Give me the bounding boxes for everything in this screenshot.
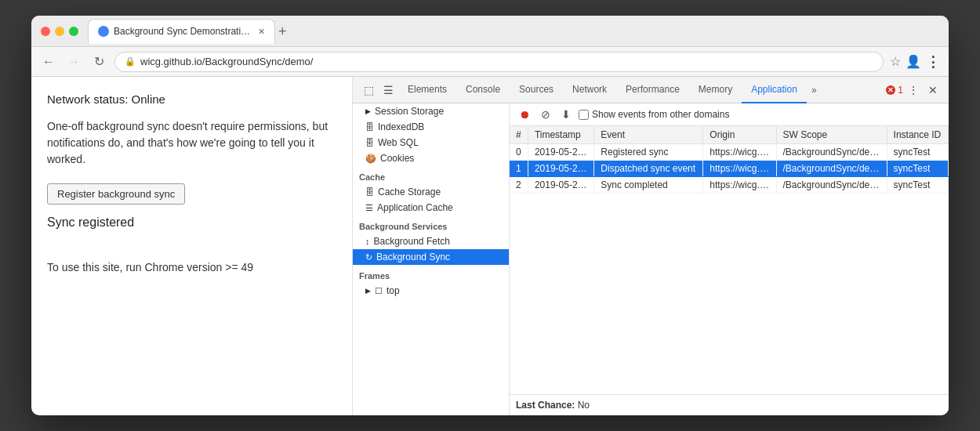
clear-button[interactable]: ⊘	[538, 107, 554, 122]
devtools-sidebar: ▶ Session Storage 🗄 IndexedDB 🗄 Web SQL …	[353, 103, 510, 415]
sidebar-item-label: Background Fetch	[374, 236, 450, 247]
traffic-light-green[interactable]	[69, 27, 78, 36]
tab-network[interactable]: Network	[563, 77, 616, 103]
sync-events-table: # Timestamp Event Origin SW Scope Instan…	[510, 126, 949, 194]
sidebar-item-top-frame[interactable]: ▶ ☐ top	[353, 283, 509, 299]
background-services-header: Background Services	[353, 216, 509, 234]
record-button[interactable]: ⏺	[516, 107, 533, 122]
sidebar-item-indexeddb[interactable]: 🗄 IndexedDB	[353, 119, 509, 135]
tab-favicon	[98, 26, 109, 37]
event-table: # Timestamp Event Origin SW Scope Instan…	[510, 126, 949, 394]
register-background-sync-button[interactable]: Register background sync	[47, 183, 185, 205]
main-content: Network status: Online One-off backgroun…	[31, 77, 949, 415]
address-icons: ☆ 👤 ⋮	[890, 53, 941, 71]
bookmark-icon[interactable]: ☆	[890, 54, 901, 69]
sidebar-item-label: Web SQL	[378, 137, 419, 148]
back-button[interactable]: ←	[39, 55, 58, 69]
sync-icon: ↻	[365, 252, 372, 263]
devtools-more-options[interactable]: ⋮	[903, 81, 924, 100]
url-bar[interactable]: 🔒 wicg.github.io/BackgroundSync/demo/	[114, 52, 884, 72]
col-instance-id: Instance ID	[887, 126, 948, 144]
devtools-inspect-icon[interactable]: ⬚	[359, 81, 379, 100]
page-content: Network status: Online One-off backgroun…	[31, 77, 353, 415]
col-event: Event	[594, 126, 703, 144]
browser-window: Background Sync Demonstrati… ✕ + ← → ↻ 🔒…	[31, 16, 949, 415]
cell-origin: https://wicg….	[703, 177, 776, 194]
more-tabs-button[interactable]: »	[807, 85, 822, 96]
tab-application[interactable]: Application	[742, 77, 807, 103]
tab-title: Background Sync Demonstrati…	[114, 26, 250, 37]
table-body: 0 2019-05-2… Registered sync https://wic…	[510, 144, 949, 194]
cell-instance: syncTest	[887, 177, 948, 194]
title-bar: Background Sync Demonstrati… ✕ +	[31, 16, 949, 47]
table-row[interactable]: 0 2019-05-2… Registered sync https://wic…	[510, 144, 949, 161]
sidebar-item-background-sync[interactable]: ↻ Background Sync	[353, 249, 509, 265]
sidebar-item-cache-storage[interactable]: 🗄 Cache Storage	[353, 184, 509, 200]
sidebar-item-label: Cache Storage	[378, 187, 441, 197]
cell-num: 1	[510, 161, 528, 177]
browser-tab-active[interactable]: Background Sync Demonstrati… ✕	[88, 19, 275, 44]
error-dot-icon: ✕	[886, 85, 895, 95]
sidebar-item-background-fetch[interactable]: ↕ Background Fetch	[353, 234, 509, 249]
tab-bar: Background Sync Demonstrati… ✕ +	[88, 19, 939, 44]
cell-num: 0	[510, 144, 528, 161]
address-bar: ← → ↻ 🔒 wicg.github.io/BackgroundSync/de…	[31, 47, 949, 77]
traffic-light-red[interactable]	[41, 27, 50, 36]
devtools-device-icon[interactable]: ☰	[379, 81, 398, 100]
cache-group-header: Cache	[353, 166, 509, 184]
cell-timestamp: 2019-05-2…	[528, 177, 593, 194]
new-tab-button[interactable]: +	[278, 24, 287, 38]
more-menu-button[interactable]: ⋮	[926, 53, 941, 71]
network-status: Network status: Online	[47, 92, 336, 106]
avatar-icon[interactable]: 👤	[906, 54, 921, 69]
table-row[interactable]: 1 2019-05-2… Dispatched sync event https…	[510, 161, 949, 177]
last-chance-row: Last Chance: No	[510, 394, 949, 415]
col-sw-scope: SW Scope	[776, 126, 887, 144]
tab-performance[interactable]: Performance	[616, 77, 689, 103]
expand-icon: ▶	[365, 287, 371, 295]
cell-event: Sync completed	[594, 177, 703, 194]
app-cache-icon: ☰	[365, 203, 373, 213]
sidebar-item-label: IndexedDB	[378, 121, 424, 132]
sidebar-item-web-sql[interactable]: 🗄 Web SQL	[353, 135, 509, 150]
cell-timestamp: 2019-05-2…	[528, 144, 593, 161]
forward-button[interactable]: →	[64, 55, 83, 69]
sidebar-item-label: top	[387, 285, 400, 296]
fetch-icon: ↕	[365, 237, 370, 246]
download-button[interactable]: ⬇	[558, 107, 574, 122]
page-description: One-off background sync doesn't require …	[47, 118, 336, 168]
cell-event: Dispatched sync event	[594, 161, 703, 177]
show-other-domains-checkbox[interactable]	[579, 110, 589, 120]
tab-memory[interactable]: Memory	[689, 77, 742, 103]
cell-scope: /BackgroundSync/de…	[776, 177, 887, 194]
cell-num: 2	[510, 177, 528, 194]
sidebar-item-session-storage[interactable]: ▶ Session Storage	[353, 103, 509, 119]
tab-console[interactable]: Console	[456, 77, 510, 103]
col-timestamp: Timestamp	[528, 126, 593, 144]
devtools-main-panel: ⏺ ⊘ ⬇ Show events from other domains	[510, 103, 949, 415]
last-chance-value: No	[578, 400, 590, 411]
traffic-lights	[41, 27, 78, 36]
sidebar-item-label: Session Storage	[375, 106, 444, 117]
table-header-row: # Timestamp Event Origin SW Scope Instan…	[510, 126, 949, 144]
tab-sources[interactable]: Sources	[510, 77, 563, 103]
tab-close-btn[interactable]: ✕	[258, 27, 265, 37]
cache-icon: 🗄	[365, 187, 374, 197]
refresh-button[interactable]: ↻	[89, 54, 108, 69]
cell-timestamp: 2019-05-2…	[528, 161, 593, 177]
sidebar-item-label: Application Cache	[377, 202, 453, 213]
show-other-domains-label: Show events from other domains	[579, 109, 729, 120]
cell-scope: /BackgroundSync/de…	[776, 161, 887, 177]
expand-icon: ▶	[365, 107, 371, 115]
tab-elements[interactable]: Elements	[398, 77, 456, 103]
sidebar-item-cookies[interactable]: 🍪 Cookies	[353, 150, 509, 166]
table-row[interactable]: 2 2019-05-2… Sync completed https://wicg…	[510, 177, 949, 194]
devtools-close-button[interactable]: ✕	[924, 81, 942, 100]
cell-scope: /BackgroundSync/de…	[776, 144, 887, 161]
cookie-icon: 🍪	[365, 154, 376, 164]
sync-registered-status: Sync registered	[47, 216, 336, 230]
sidebar-item-application-cache[interactable]: ☰ Application Cache	[353, 200, 509, 216]
col-num: #	[510, 126, 528, 144]
sidebar-item-label: Background Sync	[376, 252, 450, 263]
traffic-light-yellow[interactable]	[55, 27, 64, 36]
